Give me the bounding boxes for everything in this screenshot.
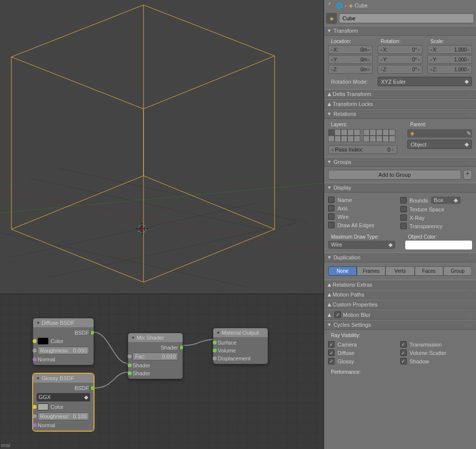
panel-header-custom-properties[interactable]: ▶Custom Properties:::: (324, 299, 476, 309)
loc-x-field[interactable]: ◂X:0m▸ (328, 45, 373, 54)
panel-header-relations[interactable]: ▼Relations:::: (324, 109, 476, 119)
glossy-color-swatch[interactable] (38, 403, 48, 410)
parent-field[interactable]: ◈✎ (407, 129, 472, 138)
svg-point-14 (141, 228, 143, 230)
glossy-roughness-field[interactable]: Roughness:0.100 (38, 412, 89, 420)
glossy-distribution-select[interactable]: GGX◆ (37, 393, 90, 401)
panel-header-delta-transform[interactable]: ▶Delta Transform:::: (324, 89, 476, 99)
diffuse-color-swatch[interactable] (38, 338, 48, 345)
dup-tab-none[interactable]: None (328, 266, 357, 276)
dup-tab-faces[interactable]: Faces (415, 266, 443, 276)
display-texture-space-checkbox[interactable] (400, 206, 407, 212)
panel-header-transform[interactable]: ▼Transform:::: (324, 26, 476, 36)
cube-icon: ◈ (349, 2, 353, 9)
add-new-group-button[interactable]: + (463, 170, 472, 180)
display-transparency-checkbox[interactable] (400, 223, 407, 229)
mix-fac-field[interactable]: Fac:0.010 (133, 352, 178, 360)
node-mix-shader[interactable]: ▼Mix Shader Shader Fac:0.010 Shader Shad… (128, 333, 183, 379)
object-cube-icon[interactable]: ◈ (326, 13, 337, 24)
panel-header-relations-extras[interactable]: ▶Relations Extras:::: (324, 280, 476, 290)
diffuse-title: Diffuse BSDF (42, 320, 74, 326)
panel-header-display[interactable]: ▼Display:::: (324, 183, 476, 193)
svg-line-4 (0, 233, 247, 287)
svg-line-5 (10, 203, 257, 257)
cycles-shadow-checkbox[interactable] (400, 358, 407, 364)
dup-tab-group[interactable]: Group (443, 266, 472, 276)
add-to-group-button[interactable]: Add to Group (328, 170, 461, 180)
object-name-input[interactable]: Cube (339, 13, 474, 23)
cycles-volume-scatter-checkbox[interactable] (400, 349, 407, 356)
svg-line-3 (59, 168, 307, 223)
display-draw-all-edges-checkbox[interactable] (328, 222, 334, 228)
display-name-checkbox[interactable] (328, 197, 334, 203)
layers-group-1[interactable] (328, 129, 360, 142)
diffuse-roughness-field[interactable]: Roughness:0.000 (38, 347, 89, 354)
panel-header-cycles-settings[interactable]: ▼Cycles Settings:::: (324, 320, 476, 330)
svg-line-6 (49, 223, 297, 277)
panel-header-motion-paths[interactable]: ▶Motion Paths:::: (324, 290, 476, 299)
node-diffuse-bsdf[interactable]: ▼Diffuse BSDF BSDF Color Roughness:0.000… (33, 318, 94, 365)
display-wire-checkbox[interactable] (328, 213, 334, 220)
display-axis-checkbox[interactable] (328, 205, 334, 211)
dup-tab-frames[interactable]: Frames (357, 266, 385, 276)
scale-x-field[interactable]: ◂X:1.000▸ (428, 45, 472, 54)
rot-y-field[interactable]: ◂Y:0°▸ (378, 55, 422, 64)
cycles-diffuse-checkbox[interactable] (328, 349, 334, 356)
node-glossy-bsdf[interactable]: ▼Glossy BSDF BSDF GGX◆ Color Roughness:0… (33, 373, 94, 431)
scale-z-field[interactable]: ◂Z:1.000▸ (428, 65, 472, 74)
breadcrumb: 🔨 🌐 › ◈ Cube (324, 0, 476, 11)
glossy-title: Glossy BSDF (42, 375, 74, 381)
editor-footer: erial (1, 443, 10, 448)
3d-viewport[interactable] (0, 0, 324, 294)
parent-type-select[interactable]: Object◆ (407, 140, 472, 149)
layers-group-2[interactable] (363, 129, 395, 142)
dup-tab-verts[interactable]: Verts (385, 266, 414, 276)
scale-y-field[interactable]: ◂Y:1.000▸ (428, 55, 472, 64)
display-bounds-checkbox[interactable] (400, 197, 407, 203)
pass-index-field[interactable]: ◂Pass Index:0▸ (328, 145, 397, 154)
eyedropper-icon[interactable]: ✎ (467, 130, 471, 137)
object-color-swatch[interactable] (405, 241, 473, 249)
rot-x-field[interactable]: ◂X:0°▸ (378, 45, 422, 54)
cycles-glossy-checkbox[interactable] (328, 358, 334, 364)
motion-blur-checkbox[interactable] (334, 311, 341, 318)
mix-title: Mix Shader (137, 335, 164, 341)
bounds-type-select[interactable]: Box◆ (431, 197, 461, 204)
display-xray-checkbox[interactable] (400, 214, 407, 221)
node-editor[interactable]: ▼Diffuse BSDF BSDF Color Roughness:0.000… (0, 294, 324, 449)
viewport-cube (0, 0, 324, 294)
panel-header-duplication[interactable]: ▼Duplication:::: (324, 252, 476, 262)
panel-header-groups[interactable]: ▼Groups:::: (324, 157, 476, 167)
cycles-camera-checkbox[interactable] (328, 341, 334, 348)
max-draw-type-select[interactable]: Wire◆ (328, 241, 395, 249)
scene-icon: 🔨 (327, 2, 334, 9)
world-icon: 🌐 (336, 2, 343, 9)
output-title: Material Output (222, 330, 259, 336)
svg-line-2 (30, 178, 277, 233)
loc-y-field[interactable]: ◂Y:0m▸ (328, 55, 373, 64)
rotation-mode-select[interactable]: XYZ Euler◆ (378, 77, 472, 86)
loc-z-field[interactable]: ◂Z:0m▸ (328, 65, 373, 74)
rot-z-field[interactable]: ◂Z:0°▸ (378, 65, 422, 74)
node-material-output[interactable]: ▼Material Output Surface Volume Displace… (213, 328, 268, 364)
panel-header-transform-locks[interactable]: ▶Transform Locks:::: (324, 99, 476, 109)
cursor-3d-icon (136, 223, 148, 235)
cycles-transmission-checkbox[interactable] (400, 341, 407, 348)
panel-header-motion-blur[interactable]: ▶Motion Blur:::: (324, 309, 476, 320)
